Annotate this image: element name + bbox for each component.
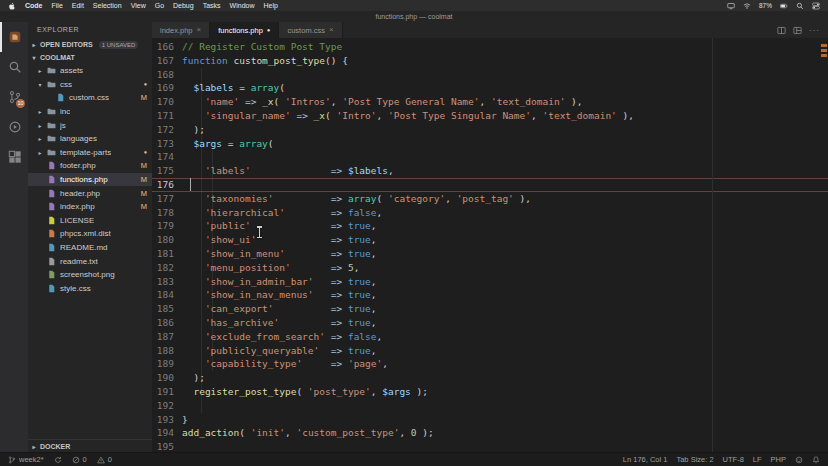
chevron-right-icon[interactable]: ▸ bbox=[36, 108, 44, 115]
line-number[interactable]: 183 bbox=[152, 275, 182, 289]
line-number[interactable]: 178 bbox=[152, 206, 182, 220]
control-center[interactable] bbox=[812, 2, 820, 10]
line-number[interactable]: 181 bbox=[152, 247, 182, 261]
tree-item-style.css[interactable]: style.css bbox=[28, 282, 152, 296]
status-sync[interactable] bbox=[54, 456, 62, 464]
line-number[interactable]: 168 bbox=[152, 68, 182, 82]
line-number[interactable]: 172 bbox=[152, 123, 182, 137]
line-number[interactable]: 190 bbox=[152, 371, 182, 385]
line-number[interactable]: 185 bbox=[152, 302, 182, 316]
line-number[interactable]: 184 bbox=[152, 288, 182, 302]
tree-item-custom.css[interactable]: custom.cssM bbox=[28, 91, 152, 105]
more-actions[interactable]: ··· bbox=[809, 26, 820, 35]
line-number[interactable]: 193 bbox=[152, 413, 182, 427]
code-line-182[interactable]: 182 'menu_position' => 5, bbox=[152, 261, 828, 275]
tree-item-inc[interactable]: ▸inc bbox=[28, 105, 152, 119]
tree-item-css[interactable]: ▾css● bbox=[28, 78, 152, 92]
code-line-194[interactable]: 194add_action( 'init', 'custom_post_type… bbox=[152, 426, 828, 440]
line-number[interactable]: 189 bbox=[152, 357, 182, 371]
code-line-175[interactable]: 175 'labels' => $labels, bbox=[152, 164, 828, 178]
line-number[interactable]: 194 bbox=[152, 426, 182, 440]
docker-section[interactable]: ▸ DOCKER bbox=[28, 439, 152, 452]
code-line-170[interactable]: 170 'name' => _x( 'Intros', 'Post Type G… bbox=[152, 95, 828, 109]
tree-item-functions.php[interactable]: functions.phpM bbox=[28, 173, 152, 187]
status-language-mode[interactable]: PHP bbox=[771, 455, 786, 464]
code-line-172[interactable]: 172 ); bbox=[152, 123, 828, 137]
status-notifications[interactable] bbox=[812, 456, 820, 464]
tree-item-phpcs.xml.dist[interactable]: phpcs.xml.dist bbox=[28, 227, 152, 241]
code-line-178[interactable]: 178 'hierarchical' => false, bbox=[152, 206, 828, 220]
status-eol[interactable]: LF bbox=[753, 455, 762, 464]
tab-functions.php[interactable]: functions.php● bbox=[210, 22, 279, 38]
code-line-168[interactable]: 168 bbox=[152, 68, 828, 82]
line-number[interactable]: 169 bbox=[152, 81, 182, 95]
code-line-173[interactable]: 173 $args = array( bbox=[152, 137, 828, 151]
code-line-188[interactable]: 188 'publicly_queryable' => true, bbox=[152, 344, 828, 358]
menu-item-window[interactable]: Window bbox=[230, 2, 255, 9]
chevron-right-icon[interactable]: ▸ bbox=[36, 149, 44, 156]
editor-layout[interactable] bbox=[793, 26, 802, 35]
activity-debug[interactable] bbox=[0, 112, 28, 142]
code-line-177[interactable]: 177 'taxonomies' => array( 'category', '… bbox=[152, 192, 828, 206]
tree-item-js[interactable]: ▸js bbox=[28, 118, 152, 132]
tree-item-template-parts[interactable]: ▸template-parts● bbox=[28, 146, 152, 160]
tree-item-languages[interactable]: ▸languages bbox=[28, 132, 152, 146]
code-line-176[interactable]: 176 bbox=[152, 178, 828, 192]
tree-item-assets[interactable]: ▸assets bbox=[28, 64, 152, 78]
line-number[interactable]: 182 bbox=[152, 261, 182, 275]
line-number[interactable]: 187 bbox=[152, 330, 182, 344]
line-number[interactable]: 166 bbox=[152, 40, 182, 54]
tree-item-README.md[interactable]: README.md bbox=[28, 241, 152, 255]
chevron-right-icon[interactable]: ▸ bbox=[36, 135, 44, 142]
open-editors-section[interactable]: ▸ OPEN EDITORS 1 UNSAVED bbox=[28, 38, 152, 51]
line-number[interactable]: 195 bbox=[152, 440, 182, 452]
code-line-184[interactable]: 184 'show_in_nav_menus' => true, bbox=[152, 288, 828, 302]
code-line-195[interactable]: 195 bbox=[152, 440, 828, 452]
battery-status[interactable] bbox=[780, 2, 788, 10]
tree-item-header.php[interactable]: header.phpM bbox=[28, 186, 152, 200]
tab-custom.css[interactable]: custom.css× bbox=[279, 22, 342, 38]
code-line-191[interactable]: 191 register_post_type( 'post_type', $ar… bbox=[152, 385, 828, 399]
menu-item-selection[interactable]: Selection bbox=[93, 2, 122, 9]
chevron-down-icon[interactable]: ▾ bbox=[36, 81, 44, 88]
menu-item-tasks[interactable]: Tasks bbox=[203, 2, 221, 9]
menu-item-debug[interactable]: Debug bbox=[173, 2, 194, 9]
code-line-186[interactable]: 186 'has_archive' => true, bbox=[152, 316, 828, 330]
tree-item-LICENSE[interactable]: LICENSE bbox=[28, 214, 152, 228]
line-number[interactable]: 191 bbox=[152, 385, 182, 399]
status-git-branch[interactable]: week2* bbox=[8, 455, 44, 464]
code-line-171[interactable]: 171 'singular_name' => _x( 'Intro', 'Pos… bbox=[152, 109, 828, 123]
battery-percent[interactable]: 87% bbox=[759, 2, 772, 9]
line-number[interactable]: 167 bbox=[152, 54, 182, 68]
code-line-167[interactable]: 167function custom_post_type() { bbox=[152, 54, 828, 68]
code-line-187[interactable]: 187 'exclude_from_search' => false, bbox=[152, 330, 828, 344]
menu-item-file[interactable]: File bbox=[52, 2, 63, 9]
tab-index.php[interactable]: index.php× bbox=[152, 22, 210, 38]
spotlight[interactable] bbox=[796, 2, 804, 10]
apple-menu[interactable] bbox=[8, 2, 16, 10]
workspace-section[interactable]: ▾ COOLMAT bbox=[28, 51, 152, 64]
tree-item-readme.txt[interactable]: readme.txt bbox=[28, 254, 152, 268]
line-number[interactable]: 175 bbox=[152, 164, 182, 178]
code-line-183[interactable]: 183 'show_in_admin_bar' => true, bbox=[152, 275, 828, 289]
display-status[interactable] bbox=[727, 2, 735, 10]
line-number[interactable]: 177 bbox=[152, 192, 182, 206]
code-line-185[interactable]: 185 'can_export' => true, bbox=[152, 302, 828, 316]
line-number[interactable]: 171 bbox=[152, 109, 182, 123]
code-editor[interactable]: 166// Register Custom Post Type167functi… bbox=[152, 38, 828, 452]
activity-search[interactable] bbox=[0, 52, 28, 82]
code-line-179[interactable]: 179 'public' => true, bbox=[152, 219, 828, 233]
close-icon[interactable]: × bbox=[197, 26, 202, 34]
line-number[interactable]: 179 bbox=[152, 219, 182, 233]
status-encoding[interactable]: UTF-8 bbox=[723, 455, 744, 464]
tree-item-footer.php[interactable]: footer.phpM bbox=[28, 159, 152, 173]
code-area[interactable]: 166// Register Custom Post Type167functi… bbox=[152, 38, 828, 452]
menu-item-go[interactable]: Go bbox=[155, 2, 164, 9]
menu-item-edit[interactable]: Edit bbox=[72, 2, 84, 9]
code-line-180[interactable]: 180 'show_ui' => true, bbox=[152, 233, 828, 247]
line-number[interactable]: 186 bbox=[152, 316, 182, 330]
chevron-right-icon[interactable]: ▸ bbox=[36, 67, 44, 74]
menu-item-help[interactable]: Help bbox=[263, 2, 277, 9]
code-line-174[interactable]: 174 bbox=[152, 150, 828, 164]
app-menu[interactable]: Code bbox=[25, 2, 43, 9]
